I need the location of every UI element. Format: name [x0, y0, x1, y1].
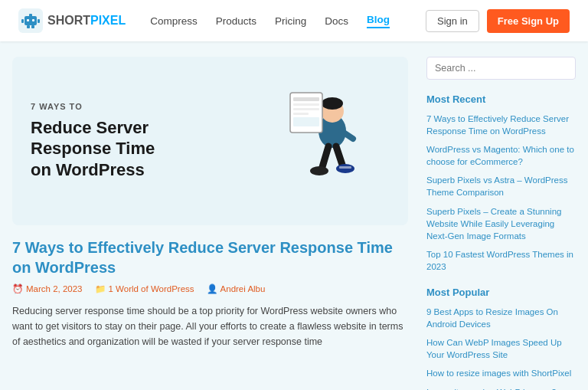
svg-rect-15	[293, 97, 319, 101]
article-author: Andrei Albu	[220, 284, 266, 293]
popular-link-2[interactable]: How to resize images with ShortPixel	[426, 367, 576, 379]
signin-button[interactable]: Sign in	[426, 10, 479, 32]
header-actions: Sign in Free Sign Up	[426, 9, 570, 33]
svg-rect-8	[31, 25, 34, 28]
featured-text-block: 7 WAYS TO Reduce ServerResponse Timeon W…	[31, 102, 267, 181]
svg-rect-16	[293, 103, 319, 106]
svg-rect-18	[293, 113, 309, 115]
header: SHORTPIXEL Compress Products Pricing Doc…	[0, 0, 588, 41]
nav-docs[interactable]: Docs	[325, 15, 348, 27]
recent-link-3[interactable]: Superb Pixels – Create a Stunning Websit…	[426, 205, 576, 242]
article-category: 1 World of WordPress	[109, 284, 194, 293]
svg-line-21	[336, 146, 342, 165]
person-icon: 👤	[207, 283, 217, 294]
svg-rect-5	[21, 19, 24, 23]
svg-rect-17	[293, 108, 319, 110]
article-category-meta[interactable]: 📁 1 World of WordPress	[95, 283, 194, 294]
article-meta: ⏰ March 2, 2023 📁 1 World of WordPress 👤…	[12, 283, 408, 294]
svg-rect-3	[32, 19, 34, 21]
featured-card: 7 WAYS TO Reduce ServerResponse Timeon W…	[12, 57, 408, 225]
article-author-meta[interactable]: 👤 Andrei Albu	[207, 283, 266, 294]
article-date-meta: ⏰ March 2, 2023	[12, 283, 83, 294]
calendar-icon: ⏰	[12, 283, 23, 294]
svg-rect-2	[27, 19, 29, 21]
folder-icon: 📁	[95, 283, 106, 294]
logo[interactable]: SHORTPIXEL	[18, 8, 126, 33]
svg-rect-4	[29, 14, 32, 17]
nav-products[interactable]: Products	[216, 15, 256, 27]
article-title[interactable]: 7 Ways to Effectively Reduce Server Resp…	[12, 238, 408, 277]
featured-tag: 7 WAYS TO	[31, 102, 267, 111]
popular-link-0[interactable]: 9 Best Apps to Resize Images On Android …	[426, 306, 576, 330]
popular-link-3[interactable]: Is my site serving WebP images? How to r…	[426, 386, 576, 391]
most-recent-title: Most Recent	[426, 93, 576, 105]
svg-rect-1	[24, 16, 37, 25]
article-excerpt: Reducing server response time should be …	[12, 303, 408, 349]
svg-rect-19	[293, 117, 319, 126]
search-input[interactable]	[426, 57, 576, 80]
most-recent-section: Most Recent 7 Ways to Effectively Reduce…	[426, 93, 576, 273]
most-popular-title: Most Popular	[426, 287, 576, 298]
recent-link-2[interactable]: Superb Pixels vs Astra – WordPress Theme…	[426, 174, 576, 198]
signup-button[interactable]: Free Sign Up	[487, 9, 570, 33]
recent-link-4[interactable]: Top 10 Fastest WordPress Themes in 2023	[426, 248, 576, 273]
most-popular-section: Most Popular 9 Best Apps to Resize Image…	[426, 287, 576, 390]
main-nav: Compress Products Pricing Docs Blog	[150, 14, 426, 28]
svg-rect-6	[38, 19, 40, 23]
logo-text: SHORTPIXEL	[47, 14, 126, 28]
main-container: 7 WAYS TO Reduce ServerResponse Timeon W…	[0, 41, 588, 390]
content-area: 7 WAYS TO Reduce ServerResponse Timeon W…	[12, 57, 408, 390]
nav-blog[interactable]: Blog	[367, 14, 390, 28]
featured-title: Reduce ServerResponse Timeon WordPress	[31, 117, 267, 181]
popular-link-1[interactable]: How Can WebP Images Speed Up Your WordPr…	[426, 336, 576, 361]
svg-point-11	[322, 97, 343, 110]
svg-point-22	[310, 166, 328, 175]
recent-link-0[interactable]: 7 Ways to Effectively Reduce Server Resp…	[426, 113, 576, 137]
svg-rect-24	[339, 166, 351, 169]
logo-icon	[18, 8, 43, 33]
nav-compress[interactable]: Compress	[150, 15, 198, 27]
nav-pricing[interactable]: Pricing	[275, 15, 306, 27]
recent-link-1[interactable]: WordPress vs Magento: Which one to choos…	[426, 143, 576, 168]
featured-illustration	[267, 79, 390, 204]
svg-rect-7	[27, 25, 30, 28]
svg-line-20	[322, 146, 328, 167]
sidebar: Most Recent 7 Ways to Effectively Reduce…	[426, 57, 576, 390]
article-date: March 2, 2023	[26, 284, 83, 293]
